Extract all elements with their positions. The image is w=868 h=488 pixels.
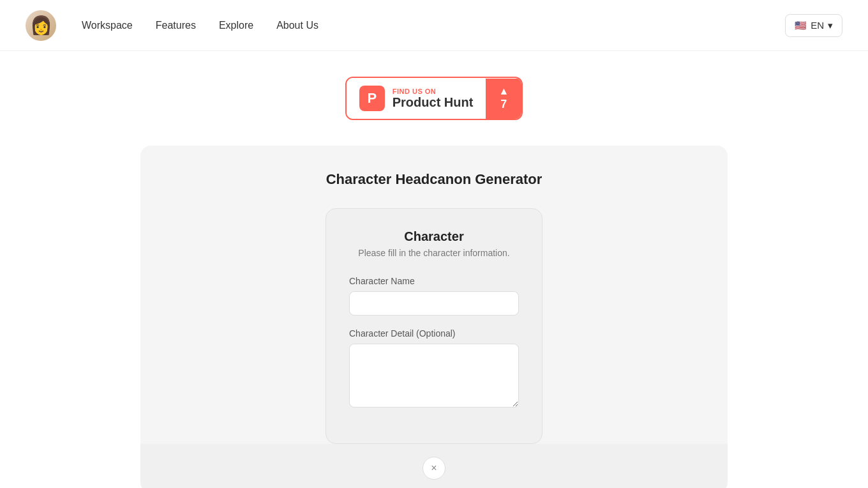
ph-icon: P — [359, 86, 385, 111]
lang-flag: 🇺🇸 — [795, 20, 807, 31]
lang-code: EN — [811, 20, 824, 31]
ph-text: FIND US ON Product Hunt — [393, 88, 474, 110]
card-container: Character Headcanon Generator Character … — [140, 146, 728, 488]
ph-vote[interactable]: ▲ 7 — [486, 79, 521, 119]
product-hunt-badge[interactable]: P FIND US ON Product Hunt ▲ 7 — [345, 77, 523, 120]
logo-emoji: 👩 — [30, 15, 52, 36]
ph-triangle-icon: ▲ — [498, 86, 509, 96]
main-nav: Workspace Features Explore About Us — [82, 17, 785, 34]
ph-name: Product Hunt — [393, 95, 474, 110]
chevron-down-icon: ▾ — [828, 20, 833, 31]
character-detail-label: Character Detail (Optional) — [349, 328, 519, 339]
character-detail-textarea[interactable] — [349, 344, 519, 408]
ph-vote-count: 7 — [500, 98, 507, 111]
character-detail-group: Character Detail (Optional) — [349, 328, 519, 410]
close-area: × — [140, 444, 728, 488]
card-title: Character Headcanon Generator — [140, 171, 728, 188]
character-name-label: Character Name — [349, 276, 519, 286]
logo-icon: 👩 — [26, 10, 56, 41]
nav-about-us[interactable]: About Us — [276, 17, 318, 34]
close-icon: × — [431, 462, 437, 474]
language-selector[interactable]: 🇺🇸 EN ▾ — [785, 14, 842, 37]
main-content: P FIND US ON Product Hunt ▲ 7 Character … — [0, 51, 868, 488]
character-name-group: Character Name — [349, 276, 519, 316]
form-card: Character Please fill in the character i… — [326, 208, 542, 444]
header: 👩 Workspace Features Explore About Us 🇺🇸… — [0, 0, 868, 51]
ph-left: P FIND US ON Product Hunt — [347, 78, 486, 119]
form-card-subtitle: Please fill in the character information… — [349, 248, 519, 258]
nav-workspace[interactable]: Workspace — [82, 17, 133, 34]
character-name-input[interactable] — [349, 291, 519, 316]
ph-find-us-label: FIND US ON — [393, 88, 474, 95]
close-button[interactable]: × — [423, 457, 445, 480]
nav-features[interactable]: Features — [156, 17, 196, 34]
form-card-title: Character — [349, 229, 519, 244]
nav-explore[interactable]: Explore — [219, 17, 253, 34]
logo-area[interactable]: 👩 — [26, 10, 56, 41]
